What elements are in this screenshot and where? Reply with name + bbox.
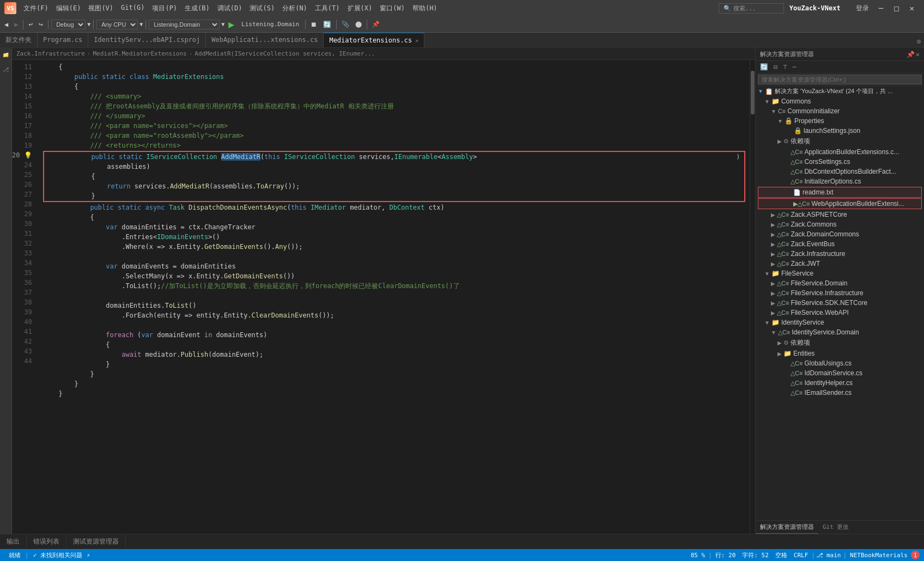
menu-edit[interactable]: 编辑(E) bbox=[52, 3, 85, 14]
menu-git[interactable]: Git(G) bbox=[117, 3, 148, 14]
tree-readme[interactable]: 📄 readme.txt bbox=[758, 187, 922, 198]
status-encoding[interactable]: CRLF bbox=[791, 552, 812, 559]
solution-search-input[interactable] bbox=[758, 75, 922, 84]
platform-dropdown-arrow[interactable]: ▼ bbox=[139, 21, 143, 27]
run-label[interactable]: Listening.Domain bbox=[238, 20, 302, 29]
tree-corssettings[interactable]: △C≡ CorsSettings.cs bbox=[756, 157, 924, 167]
debug-mode-dropdown[interactable]: Debug bbox=[51, 20, 86, 29]
tree-commons-folder[interactable]: ▼ 📁 Commons bbox=[756, 96, 924, 106]
tree-fileservice-sdk[interactable]: ▶ △C≡ FileService.SDK.NETCore bbox=[756, 298, 924, 308]
tab-settings-icon[interactable]: ⚙ bbox=[914, 35, 924, 47]
code-content[interactable]: { public static class MediatorExtensions… bbox=[39, 60, 750, 534]
menu-window[interactable]: 窗口(W) bbox=[376, 3, 409, 14]
git-icon[interactable]: ⎇ bbox=[2, 64, 10, 75]
breadcrumb-part1[interactable]: Zack.Infrastructure bbox=[16, 50, 85, 57]
stop-button[interactable]: ⏹ bbox=[308, 20, 319, 29]
menu-test[interactable]: 测试(S) bbox=[246, 3, 278, 14]
status-zoom[interactable]: 85 % bbox=[688, 552, 709, 559]
tree-launchsettings[interactable]: 🔒 launchSettings.json bbox=[756, 126, 924, 136]
explorer-icon[interactable]: 📁 bbox=[2, 50, 10, 61]
menu-help[interactable]: 帮助(H) bbox=[409, 3, 441, 14]
sidebar-close-button[interactable]: ✕ bbox=[916, 51, 920, 58]
breakpoints-button[interactable]: ⬤ bbox=[353, 20, 364, 29]
breadcrumb-part3[interactable]: AddMediatR(IServiceCollection services, … bbox=[194, 50, 375, 57]
tree-properties-folder[interactable]: ▼ 🔒 Properties bbox=[756, 116, 924, 126]
tree-zack-infrastructure[interactable]: ▶ △C≡ Zack.Infrastructure bbox=[756, 249, 924, 259]
restart-button[interactable]: 🔄 bbox=[321, 20, 333, 29]
git-repo[interactable]: NETBookMaterials bbox=[847, 552, 911, 559]
status-ready[interactable]: 就绪 bbox=[4, 551, 25, 559]
bottom-tab-errors[interactable]: 错误列表 bbox=[27, 535, 66, 548]
startup-dropdown-arrow[interactable]: ▼ bbox=[221, 21, 224, 27]
tree-webappbuilder[interactable]: ▶△C≡ WebApplicationBuilderExtensi... bbox=[758, 198, 922, 209]
tree-identityservice-domain[interactable]: ▼ △C≡ IdentityService.Domain bbox=[756, 327, 924, 337]
toolbar-filter-icon[interactable]: ⊤ bbox=[781, 62, 789, 72]
tree-identityservice-folder[interactable]: ▼ 📁 IdentityService bbox=[756, 318, 924, 327]
back-button[interactable]: ◀ bbox=[2, 20, 10, 29]
run-button[interactable]: ▶ bbox=[226, 19, 236, 30]
tab-mediator-extensions[interactable]: MediatorExtensions.cs ✕ bbox=[324, 33, 424, 47]
tab-identity-csproj[interactable]: IdentityServ...ebAPI.csproj bbox=[88, 33, 206, 47]
toolbar-more-icon[interactable]: ⋯ bbox=[790, 62, 798, 72]
toolbar-refresh-icon[interactable]: 🔄 bbox=[758, 62, 770, 72]
tree-dbcontext[interactable]: △C≡ DbContextOptionsBuilderFact... bbox=[756, 167, 924, 176]
tree-identityservice-deps[interactable]: ▶ ⚙ 依赖项 bbox=[756, 337, 924, 349]
git-branch[interactable]: main bbox=[824, 552, 843, 559]
menu-project[interactable]: 项目(P) bbox=[148, 3, 181, 14]
bottom-tab-test-explorer[interactable]: 测试资源管理器 bbox=[66, 535, 126, 548]
tree-dependencies[interactable]: ▶ ⚙ 依赖项 bbox=[756, 136, 924, 147]
tree-fileservice-domain[interactable]: ▶ △C≡ FileService.Domain bbox=[756, 278, 924, 288]
status-char[interactable]: 字符: 52 bbox=[739, 551, 772, 559]
forward-button[interactable]: ▶ bbox=[12, 20, 20, 29]
tab-program-cs[interactable]: Program.cs bbox=[38, 33, 88, 47]
menu-debug[interactable]: 调试(D) bbox=[214, 3, 246, 14]
tab-new-file[interactable]: 新文件夹 bbox=[0, 33, 38, 47]
menu-view[interactable]: 视图(V) bbox=[84, 3, 117, 14]
git-changes-link[interactable]: Git 更改 bbox=[818, 521, 854, 534]
notification-badge[interactable]: 1 bbox=[911, 551, 920, 559]
status-issues[interactable]: ✓ 未找到相关问题 bbox=[29, 551, 87, 559]
tree-iemailsender[interactable]: △C≡ IEmailSender.cs bbox=[756, 388, 924, 398]
editor-scrollbar[interactable] bbox=[750, 60, 755, 534]
debug-dropdown-arrow[interactable]: ▼ bbox=[87, 21, 90, 27]
menu-file[interactable]: 文件(F) bbox=[20, 3, 52, 14]
tree-zack-commons[interactable]: ▶ △C≡ Zack.Commons bbox=[756, 219, 924, 229]
toolbar-collapse-icon[interactable]: ⊟ bbox=[771, 62, 780, 72]
pin-button[interactable]: 📌 bbox=[370, 20, 382, 29]
solution-explorer-link[interactable]: 解决方案资源管理器 bbox=[756, 521, 818, 534]
tree-identityhelper[interactable]: △C≡ IdentityHelper.cs bbox=[756, 378, 924, 388]
tree-entities-folder[interactable]: ▶ 📁 Entities bbox=[756, 349, 924, 358]
menu-analyze[interactable]: 分析(N) bbox=[278, 3, 311, 14]
tree-globalusings[interactable]: △C≡ GlobalUsings.cs bbox=[756, 358, 924, 368]
status-space[interactable]: 空格 bbox=[772, 551, 791, 559]
search-bar[interactable]: 🔍 搜索... bbox=[719, 3, 784, 14]
tree-fileservice-infra[interactable]: ▶ △C≡ FileService.Infrastructure bbox=[756, 288, 924, 298]
tab-webapplicati[interactable]: WebApplicati...xtensions.cs bbox=[206, 33, 324, 47]
tab-close-icon[interactable]: ✕ bbox=[415, 38, 418, 44]
attach-button[interactable]: 📎 bbox=[339, 20, 351, 29]
sidebar-pin-button[interactable]: 📌 bbox=[907, 51, 915, 58]
tree-iddomainservice[interactable]: △C≡ IdDomainService.cs bbox=[756, 368, 924, 378]
tree-common-initializer[interactable]: ▼ C≡ CommonInitializer bbox=[756, 106, 924, 116]
tree-initializeroptions[interactable]: △C≡ InitializerOptions.cs bbox=[756, 176, 924, 186]
platform-dropdown[interactable]: Any CPU bbox=[96, 20, 138, 29]
breadcrumb-part2[interactable]: MediatR.MediatorExtensions bbox=[93, 50, 186, 57]
bottom-tab-output[interactable]: 输出 bbox=[0, 535, 27, 548]
tree-fileservice-folder[interactable]: ▼ 📁 FileService bbox=[756, 269, 924, 278]
menu-extensions[interactable]: 扩展(X) bbox=[344, 3, 376, 14]
startup-project-dropdown[interactable]: Listening.Domain bbox=[149, 20, 220, 29]
tree-zack-jwt[interactable]: ▶ △C≡ Zack.JWT bbox=[756, 259, 924, 269]
tree-fileservice-webapi[interactable]: ▶ △C≡ FileService.WebAPI bbox=[756, 308, 924, 318]
status-line[interactable]: 行: 20 bbox=[712, 551, 739, 559]
login-button[interactable]: 登录 bbox=[852, 3, 873, 14]
tree-appbuilder[interactable]: △C≡ ApplicationBuilderExtensions.c... bbox=[756, 147, 924, 157]
tree-zack-domaincommons[interactable]: ▶ △C≡ Zack.DomainCommons bbox=[756, 229, 924, 239]
undo-button[interactable]: ↩ bbox=[26, 19, 35, 29]
tree-zack-aspnetcore[interactable]: ▶ △C≡ Zack.ASPNETCore bbox=[756, 210, 924, 219]
redo-button[interactable]: ↪ bbox=[37, 19, 45, 29]
menu-build[interactable]: 生成(B) bbox=[181, 3, 214, 14]
maximize-button[interactable]: □ bbox=[889, 3, 904, 14]
tree-solution-root[interactable]: ▼ 📋 解决方案 'YouZack-VNext' (24 个项目，共 ... bbox=[756, 86, 924, 96]
tree-zack-eventbus[interactable]: ▶ △C≡ Zack.EventBus bbox=[756, 239, 924, 249]
menu-tools[interactable]: 工具(T) bbox=[311, 3, 344, 14]
